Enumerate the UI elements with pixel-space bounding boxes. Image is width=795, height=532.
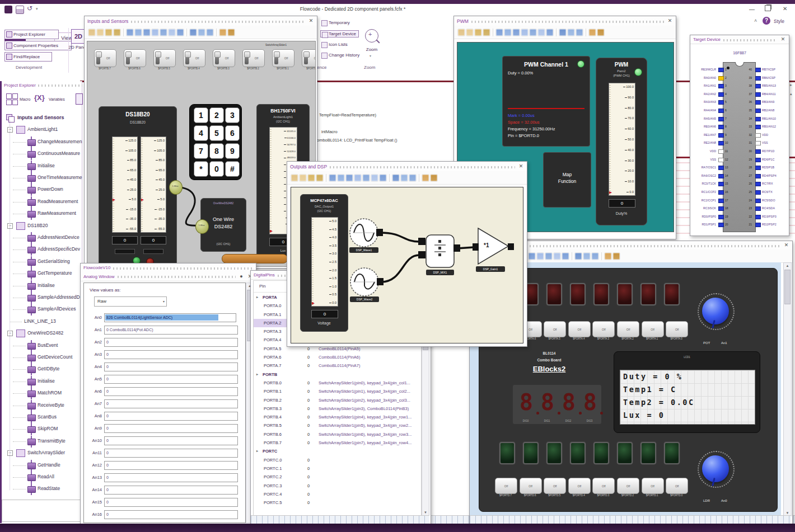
pin-16[interactable] <box>718 190 724 195</box>
digital-hscrollbar[interactable] <box>251 515 429 524</box>
toolbar-icon[interactable] <box>538 29 545 36</box>
analog-row-field[interactable]: 0 <box>104 461 238 470</box>
view-toggle-temporary[interactable]: Temporary <box>321 20 350 25</box>
tree-item-DS18B20[interactable]: −DS18B20 <box>2 220 82 232</box>
pin-29[interactable] <box>755 158 761 162</box>
toolbar-icon[interactable] <box>401 175 408 181</box>
toolbar-icon[interactable] <box>592 253 598 260</box>
toolbar-icon[interactable] <box>576 29 583 36</box>
analog-row-field[interactable]: 0 <box>104 436 238 445</box>
tree-item-LINK_LINE_13[interactable]: LINK_LINE_13 <box>2 316 82 328</box>
group-expander-icon[interactable]: ▸ <box>256 293 258 302</box>
keypad-key-0[interactable]: 0 <box>209 161 224 177</box>
toolbar-icon[interactable] <box>545 253 552 260</box>
digital-row-PORTB.0[interactable]: PORTB.00SwitchArraySlider1(pin0), keypad… <box>254 379 421 387</box>
analog-row-field[interactable]: 0 <box>104 387 238 396</box>
toolbar-icon[interactable] <box>605 253 611 260</box>
toolbar-icon[interactable] <box>513 29 520 36</box>
analog-row-field[interactable]: 0 <box>104 486 238 495</box>
tree-item-GetIDByte[interactable]: GetIDByte <box>2 364 82 375</box>
pin-20[interactable] <box>718 223 724 227</box>
dsp-wave1-label[interactable]: DSP_Wave1 <box>349 247 378 253</box>
pin-32[interactable] <box>755 133 761 138</box>
toolbar-icon[interactable] <box>529 253 535 260</box>
group-expander-icon[interactable]: ▸ <box>256 370 258 379</box>
keypad-key-5[interactable]: 5 <box>209 125 224 141</box>
toolbar-icon[interactable] <box>613 253 620 260</box>
pin-36[interactable] <box>755 100 761 105</box>
keypad-key-2[interactable]: 2 <box>209 107 224 123</box>
toolbar-icon[interactable] <box>291 175 298 181</box>
titlebar-caret-icon[interactable]: ▾ <box>36 7 38 11</box>
pin-23[interactable] <box>755 206 761 211</box>
digital-row-PORTB.4[interactable]: PORTB.40SwitchArraySlider1(pin4), keypad… <box>254 413 421 421</box>
close-icon[interactable]: ✕ <box>780 36 786 43</box>
pin-26[interactable] <box>755 182 761 186</box>
toolbar-icon[interactable] <box>597 29 604 36</box>
tree-item-Initialise[interactable]: Initialise <box>2 376 82 388</box>
toolbar-icon[interactable] <box>300 175 306 181</box>
pin-14[interactable] <box>718 174 724 178</box>
toolbar-icon[interactable] <box>504 29 511 36</box>
target-titlebar[interactable]: Target Device ✕ <box>690 35 789 44</box>
pin-22[interactable] <box>755 215 761 219</box>
switch-$PORTB.3[interactable]: Off <box>213 49 235 67</box>
digital-group-PORTC[interactable]: ▸PORTC <box>254 447 421 455</box>
undo-icon[interactable]: ↺ <box>27 4 32 12</box>
ribbon-collapse-icon[interactable]: ˄ <box>754 18 757 23</box>
toolbar-icon[interactable] <box>554 253 560 260</box>
pin-2[interactable] <box>718 76 724 81</box>
toolbar-icon[interactable] <box>431 175 437 181</box>
tree-item-ReadAll[interactable]: ReadAll <box>2 472 82 483</box>
tree-item-SampleAllDevices[interactable]: SampleAllDevices <box>2 304 82 316</box>
pin-28[interactable] <box>755 166 761 170</box>
toolbar-icon[interactable] <box>371 175 378 181</box>
pin-4[interactable] <box>718 92 724 97</box>
component-properties-button[interactable]: Component Properties <box>4 41 72 50</box>
analog-row-field[interactable]: 0 <box>104 510 238 519</box>
switch-$PORTB.4[interactable]: Off <box>183 49 205 67</box>
pin-33[interactable] <box>755 125 761 129</box>
tree-item-AmbientLight1[interactable]: −AmbientLight1 <box>2 124 82 136</box>
close-icon[interactable]: ✕ <box>518 163 524 170</box>
tree-item-ReceiveByte[interactable]: ReceiveByte <box>2 400 82 412</box>
tree-item-OneWireDS2482[interactable]: −OneWireDS2482 <box>2 328 82 340</box>
digital-row-PORTB.2[interactable]: PORTB.20SwitchArraySlider1(pin2), keypad… <box>254 396 421 404</box>
toolbar-icon[interactable] <box>127 29 133 36</box>
toolbar-icon[interactable] <box>575 253 582 260</box>
tree-item-ReadState[interactable]: ReadState <box>2 483 82 495</box>
digital-row-PORTC.5[interactable]: PORTC.50 <box>254 498 421 507</box>
pin-19[interactable] <box>718 215 724 219</box>
pin-13[interactable] <box>718 166 724 170</box>
close-icon[interactable]: ✕ <box>783 242 789 248</box>
pin-39[interactable] <box>755 76 761 81</box>
keypad-key-4[interactable]: 4 <box>194 125 208 141</box>
analog-row-field[interactable]: 0 <box>104 424 238 433</box>
macro-toolbar-icon[interactable] <box>6 93 17 105</box>
toolbar-icon[interactable] <box>169 29 175 36</box>
toolbar-icon[interactable] <box>338 175 344 181</box>
toolbar-icon[interactable] <box>207 29 213 36</box>
pwm-titlebar[interactable]: PWM ✕ <box>454 16 676 26</box>
pin-10[interactable] <box>718 141 724 145</box>
dsp-mix-label[interactable]: DSP_MIX1 <box>426 270 454 275</box>
zoom-dropdown-caret-icon[interactable]: ▾ <box>370 54 371 58</box>
toolbar-icon[interactable] <box>589 29 596 36</box>
toolbar-icon[interactable] <box>483 29 490 36</box>
restore-button[interactable] <box>765 5 771 11</box>
find-replace-button[interactable]: Find/Replace <box>4 52 52 62</box>
toolbar-icon[interactable] <box>308 175 315 181</box>
toolbar-icon[interactable] <box>392 175 399 181</box>
toolbar-icon[interactable] <box>562 253 569 260</box>
pin-5[interactable] <box>718 100 724 105</box>
toolbar-icon[interactable] <box>496 29 503 36</box>
toolbar-icon[interactable] <box>88 29 95 36</box>
toolbar-icon[interactable] <box>114 29 120 36</box>
pin-9[interactable] <box>718 133 724 138</box>
toolbar-icon[interactable] <box>329 175 336 181</box>
switch-$PORTD.2[interactable]: Off <box>617 478 639 494</box>
app-logo-icon[interactable] <box>4 6 12 13</box>
ldr-knob[interactable] <box>702 455 729 482</box>
keypad-key-1[interactable]: 1 <box>194 107 208 123</box>
board-hscrollbar[interactable] <box>470 515 791 524</box>
